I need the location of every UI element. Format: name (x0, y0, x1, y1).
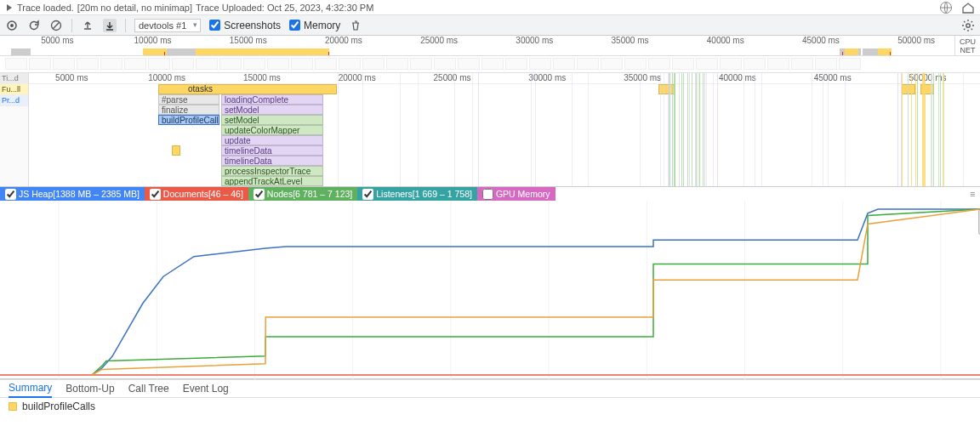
screenshot-thumb[interactable] (315, 58, 337, 70)
screenshot-thumb[interactable] (839, 58, 861, 70)
screenshot-thumb[interactable] (624, 58, 647, 70)
counter-gpu[interactable]: GPU Memory (477, 187, 556, 201)
counter-js-heap[interactable]: JS Heap[1388 MB – 2385 MB] (0, 187, 145, 201)
screenshot-thumb[interactable] (410, 58, 432, 70)
screenshot-thumb[interactable] (148, 58, 170, 70)
ruler-tick: 40000 ms (707, 36, 744, 45)
screenshot-thumb[interactable] (815, 58, 837, 70)
frame-selector[interactable]: devtools #1 (134, 19, 201, 32)
summary-swatch (9, 402, 17, 411)
home-icon[interactable] (961, 1, 975, 14)
screenshot-thumb[interactable] (648, 58, 670, 70)
screenshot-thumb[interactable] (481, 58, 504, 70)
memory-counters-bar: JS Heap[1388 MB – 2385 MB] Documents[46 … (0, 187, 980, 201)
screenshot-thumb[interactable] (601, 58, 623, 70)
ruler-tick: 5000 ms (41, 36, 73, 45)
screenshot-thumb[interactable] (577, 58, 599, 70)
status-bar: Trace loaded. [20m no detail, no minimap… (0, 0, 980, 15)
tab-summary[interactable]: Summary (9, 379, 52, 398)
screenshot-thumb[interactable] (172, 58, 194, 70)
screenshot-thumb[interactable] (720, 58, 742, 70)
globe-icon[interactable] (939, 1, 953, 14)
screenshot-thumb[interactable] (744, 58, 766, 70)
screenshot-thumb[interactable] (53, 58, 75, 70)
ruler-tick: 15000 ms (230, 36, 267, 45)
tab-call-tree[interactable]: Call Tree (128, 380, 169, 397)
counter-documents[interactable]: Documents[46 – 46] (145, 187, 248, 201)
trace-uploaded-msg: Trace Uploaded: Oct 25, 2023, 4:32:30 PM (196, 3, 373, 13)
screenshot-thumb[interactable] (458, 58, 480, 70)
screenshot-thumb[interactable] (100, 58, 122, 70)
memory-label: Memory (304, 20, 340, 31)
screenshot-thumb[interactable] (5, 58, 27, 70)
ruler-tick: 45000 ms (802, 36, 840, 45)
screenshot-thumb[interactable] (362, 58, 385, 70)
svg-point-2 (10, 24, 14, 27)
svg-line-4 (53, 22, 59, 28)
screenshot-thumb[interactable] (77, 58, 99, 70)
ruler-tick: 35000 ms (612, 36, 649, 45)
toolbar: devtools #1 Screenshots Memory (0, 15, 980, 36)
screenshot-thumb[interactable] (196, 58, 218, 70)
tab-event-log[interactable]: Event Log (183, 380, 229, 397)
trace-detail-msg: [20m no detail, no minimap] (77, 3, 192, 13)
flame-track-label[interactable]: Fu...ll (0, 84, 28, 95)
screenshot-thumb[interactable] (553, 58, 575, 70)
flame-track-label[interactable]: Pr...d (0, 95, 28, 106)
flame-chart[interactable]: Ti...dFu...llPr...d 5000 ms10000 ms15000… (0, 73, 980, 187)
svg-point-5 (966, 23, 970, 26)
screenshots-checkbox[interactable]: Screenshots (209, 20, 281, 31)
flame-track-labels: Ti...dFu...llPr...d (0, 73, 29, 186)
screenshots-strip[interactable] (0, 56, 980, 73)
counters-menu-icon[interactable]: ≡ (965, 187, 980, 201)
screenshot-thumb[interactable] (529, 58, 551, 70)
ruler-tick: 50000 ms (897, 36, 935, 45)
record-button[interactable] (5, 19, 19, 32)
summary-line: buildProfileCalls (0, 398, 980, 415)
overview-side-labels: CPU NET (954, 36, 980, 55)
ruler-tick: 10000 ms (134, 36, 172, 45)
counter-nodes[interactable]: Nodes[6 781 – 7 123] (248, 187, 357, 201)
screenshot-thumb[interactable] (386, 58, 408, 70)
trace-loaded-msg: Trace loaded. (17, 3, 74, 13)
screenshot-thumb[interactable] (672, 58, 694, 70)
memory-series-line (92, 209, 980, 375)
screenshot-thumb[interactable] (505, 58, 527, 70)
memory-chart[interactable] (0, 201, 980, 379)
screenshot-thumb[interactable] (791, 58, 813, 70)
screenshot-thumb[interactable] (339, 58, 361, 70)
ruler-tick: 20000 ms (325, 36, 362, 45)
screenshot-thumb[interactable] (219, 58, 242, 70)
screenshots-label: Screenshots (224, 20, 281, 31)
counter-listeners[interactable]: Listeners[1 669 – 1 758] (357, 187, 477, 201)
overview-ruler[interactable]: 5000 ms10000 ms15000 ms20000 ms25000 ms3… (0, 36, 980, 56)
ruler-tick: 30000 ms (516, 36, 553, 45)
flame-track-label[interactable]: Ti...d (0, 73, 28, 84)
screenshot-thumb[interactable] (124, 58, 146, 70)
screenshot-thumb[interactable] (434, 58, 456, 70)
memory-series-line (92, 209, 980, 375)
screenshot-thumb[interactable] (767, 58, 789, 70)
reload-button[interactable] (27, 19, 41, 32)
summary-call-name: buildProfileCalls (22, 400, 95, 412)
clear-button[interactable] (49, 19, 63, 32)
memory-series-line (92, 209, 980, 375)
memory-checkbox[interactable]: Memory (289, 20, 340, 31)
screenshot-thumb[interactable] (267, 58, 289, 70)
screenshot-thumb[interactable] (243, 58, 265, 70)
garbage-collect-button[interactable] (349, 19, 362, 32)
detail-tabs: SummaryBottom-UpCall TreeEvent Log (0, 379, 980, 398)
screenshot-thumb[interactable] (291, 58, 313, 70)
play-icon[interactable] (5, 3, 14, 12)
download-button[interactable] (103, 19, 117, 32)
gear-icon[interactable] (961, 19, 975, 32)
upload-button[interactable] (81, 19, 94, 32)
screenshot-thumb[interactable] (696, 58, 718, 70)
tab-bottom-up[interactable]: Bottom-Up (66, 380, 114, 397)
ruler-tick: 25000 ms (420, 36, 458, 45)
screenshot-thumb[interactable] (29, 58, 51, 70)
